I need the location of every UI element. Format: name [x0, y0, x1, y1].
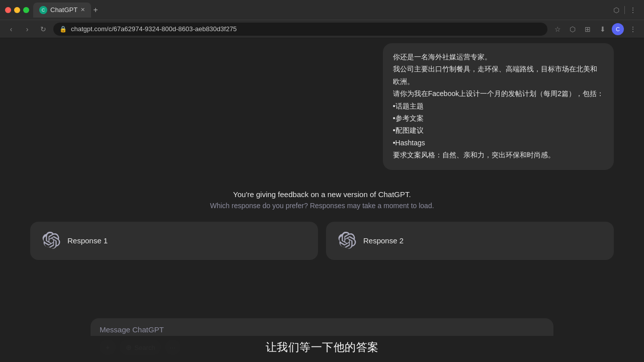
msg-line-1: 你还是一名海外社媒运营专家。	[393, 51, 604, 62]
msg-line-7: •配图建议	[393, 125, 604, 136]
back-btn[interactable]: ‹	[5, 23, 17, 35]
download-btn[interactable]: ⬇	[597, 23, 609, 35]
active-tab[interactable]: C ChatGPT ✕	[33, 3, 91, 18]
chatgpt-logo-2	[338, 232, 356, 250]
tab-title: ChatGPT	[50, 6, 77, 14]
bookmark-btn[interactable]: ☆	[551, 23, 564, 35]
url-text: chatgpt.com/c/67a62974-9324-800d-8603-ae…	[71, 25, 237, 33]
feedback-section: You're giving feedback on a new version …	[0, 180, 644, 222]
msg-line-5: •话题主题	[393, 101, 604, 112]
response-card-2[interactable]: Response 2	[326, 222, 614, 260]
feedback-subtitle: Which response do you prefer? Responses …	[0, 202, 644, 210]
feedback-title: You're giving feedback on a new version …	[0, 190, 644, 199]
response-1-label: Response 1	[67, 236, 108, 245]
conversation-area: 你还是一名海外社媒运营专家。 我公司主要出口竹制餐具，走环保、高端路线，目标市场…	[0, 38, 644, 318]
settings-icon[interactable]: ⋮	[627, 4, 639, 16]
extensions-icon[interactable]: ⬡	[610, 4, 622, 16]
tab-bar: C ChatGPT ✕ +	[33, 3, 606, 18]
response-card-1[interactable]: Response 1	[30, 222, 318, 260]
msg-line-6: •参考文案	[393, 113, 604, 124]
msg-line-9: 要求文案风格：自然、亲和力，突出环保和时尚感。	[393, 149, 604, 160]
address-bar-row: ‹ › ↻ 🔒 chatgpt.com/c/67a62974-9324-800d…	[0, 20, 644, 38]
response-cards-container: Response 1 Response 2	[0, 222, 644, 260]
browser-right-controls: ⬡ ⋮	[610, 4, 639, 16]
main-content: 你还是一名海外社媒运营专家。 我公司主要出口竹制餐具，走环保、高端路线，目标市场…	[0, 38, 644, 362]
minimize-window-btn[interactable]	[14, 7, 20, 13]
menu-btn[interactable]: ⋮	[627, 23, 639, 35]
traffic-lights	[5, 7, 29, 13]
maximize-window-btn[interactable]	[23, 7, 29, 13]
user-message-bubble: 你还是一名海外社媒运营专家。 我公司主要出口竹制餐具，走环保、高端路线，目标市场…	[383, 43, 614, 170]
extension-puzzle-btn[interactable]: ⊞	[582, 23, 594, 35]
new-tab-btn[interactable]: +	[93, 6, 98, 15]
browser-action-buttons: ☆ ⬡ ⊞ ⬇ C ⋮	[551, 23, 639, 35]
input-placeholder: Message ChatGPT	[100, 325, 544, 334]
forward-btn[interactable]: ›	[21, 23, 33, 35]
chatgpt-logo-1	[42, 232, 60, 250]
msg-line-2: 我公司主要出口竹制餐具，走环保、高端路线，目标市场在北美和	[393, 63, 604, 74]
subtitle-text: 让我们等一下他的答案	[266, 341, 379, 353]
screenshot-btn[interactable]: ⬡	[567, 23, 579, 35]
response-2-label: Response 2	[363, 236, 404, 245]
close-window-btn[interactable]	[5, 7, 11, 13]
tab-close-btn[interactable]: ✕	[80, 7, 85, 13]
subtitle-overlay: 让我们等一下他的答案	[0, 336, 644, 362]
lock-icon: 🔒	[59, 26, 67, 33]
user-message-container: 你还是一名海外社媒运营专家。 我公司主要出口竹制餐具，走环保、高端路线，目标市场…	[0, 38, 644, 180]
address-bar[interactable]: 🔒 chatgpt.com/c/67a62974-9324-800d-8603-…	[53, 23, 547, 36]
msg-line-4: 请你为我在Facebook上设计一个月的发帖计划（每周2篇），包括：	[393, 88, 604, 99]
msg-line-8: •Hashtags	[393, 137, 604, 148]
refresh-btn[interactable]: ↻	[37, 23, 49, 35]
user-avatar-btn[interactable]: C	[612, 23, 624, 35]
msg-line-3: 欧洲。	[393, 76, 604, 87]
browser-tab-bar: C ChatGPT ✕ + ⬡ ⋮	[0, 0, 644, 20]
tab-favicon: C	[39, 6, 47, 14]
